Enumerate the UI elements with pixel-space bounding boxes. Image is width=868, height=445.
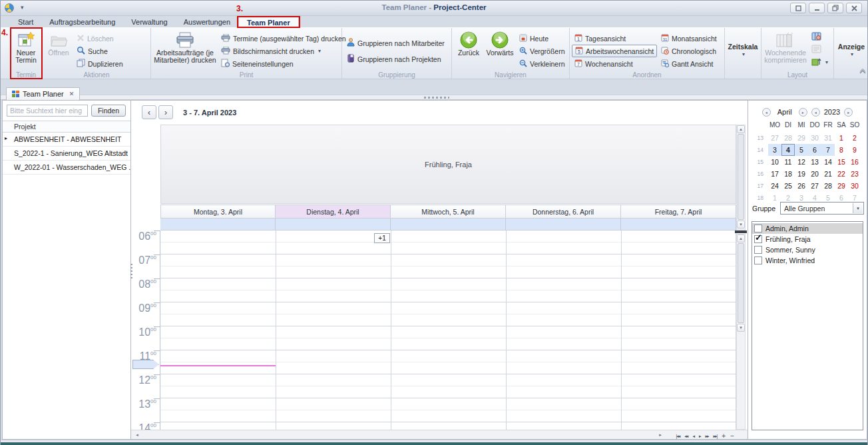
calendar-day[interactable]: 3 bbox=[768, 144, 781, 156]
working-hours-view-button[interactable] bbox=[809, 31, 824, 43]
splitter-grip[interactable] bbox=[424, 97, 449, 99]
calendar-day[interactable]: 18 bbox=[781, 168, 795, 180]
zoom-in-button[interactable]: Vergrößern bbox=[517, 45, 567, 57]
project-row[interactable]: S_2022-1 - Sanierung_WEG Altstadt bbox=[3, 147, 130, 161]
calendar-day[interactable]: 16 bbox=[848, 156, 861, 168]
fast-forward-button[interactable]: ▸▸ bbox=[704, 432, 710, 440]
day-header[interactable]: Freitag, 7. April bbox=[621, 205, 736, 219]
employee-row[interactable]: Sommer, Sunny bbox=[752, 244, 863, 255]
scroll-left-icon[interactable]: ◂ bbox=[132, 432, 142, 438]
more-appointments-badge[interactable]: +1 bbox=[374, 233, 390, 243]
print-workorders-button[interactable]: Arbeitsaufträge (je Mitarbeiter) drucken bbox=[153, 29, 217, 71]
project-row[interactable]: W_2022-01 - Wasserschaden_WEG ... bbox=[3, 161, 130, 175]
all-day-cell[interactable] bbox=[506, 219, 621, 230]
employee-checkbox[interactable]: ✓ bbox=[754, 235, 762, 243]
search-input[interactable] bbox=[7, 105, 88, 117]
step-backward-button[interactable]: ◂ bbox=[691, 432, 696, 440]
timescale-button[interactable]: Zeitskala ▾ bbox=[727, 29, 759, 71]
compress-weekend-button[interactable]: Wochenende komprimieren bbox=[763, 29, 807, 71]
work-week-view-button[interactable]: 5 Arbeitswochenansicht bbox=[572, 45, 657, 57]
calendar-day[interactable]: 30 bbox=[808, 132, 821, 144]
all-day-cell[interactable] bbox=[160, 219, 276, 230]
tab-team-planer[interactable]: Team Planer 3. bbox=[238, 16, 299, 27]
page-settings-button[interactable]: Seiteneinstellungen bbox=[218, 57, 339, 70]
cell-height-button[interactable]: ▾ bbox=[809, 57, 831, 68]
calendar-day[interactable]: 1 bbox=[835, 132, 848, 144]
previous-month-button[interactable]: ◂ bbox=[762, 108, 771, 117]
calendar-day[interactable]: 24 bbox=[768, 180, 781, 192]
duplicate-button[interactable]: Duplizieren bbox=[74, 57, 148, 70]
today-button[interactable]: Heute bbox=[517, 32, 567, 45]
go-first-button[interactable]: |◂◂ bbox=[675, 432, 682, 440]
tab-verwaltung[interactable]: Verwaltung bbox=[123, 16, 175, 27]
collapse-ribbon-button[interactable] bbox=[859, 68, 867, 76]
calendar-day[interactable]: 11 bbox=[781, 156, 795, 168]
resource-group-band[interactable]: Frühling, Fraja bbox=[160, 125, 736, 204]
calendar-day[interactable]: 23 bbox=[848, 168, 861, 180]
horizontal-scrollbar[interactable]: ◂ ▸ |◂◂ ◂◂ ◂ ▸ ▸▸ ▸▸| + − bbox=[131, 430, 748, 439]
next-year-button[interactable]: ▸ bbox=[844, 108, 853, 117]
calendar-day[interactable]: 17 bbox=[768, 168, 781, 180]
all-day-cell[interactable] bbox=[391, 219, 506, 230]
delete-button[interactable]: Löschen bbox=[74, 32, 148, 45]
go-last-button[interactable]: ▸▸| bbox=[712, 432, 718, 440]
project-column-header[interactable]: Projekt bbox=[3, 121, 130, 133]
tab-auswertungen[interactable]: Auswertungen bbox=[176, 16, 238, 27]
display-button[interactable]: Anzeige ▾ bbox=[836, 29, 867, 71]
panel-splitter-grip[interactable] bbox=[130, 264, 132, 278]
calendar-day[interactable]: 10 bbox=[768, 156, 781, 168]
employee-row[interactable]: Winter, Winfried bbox=[752, 255, 863, 266]
print-day-appointments-button[interactable]: Termine (ausgewählter Tag) drucken bbox=[218, 32, 339, 45]
new-appointment-button[interactable]: Neuer Termin bbox=[12, 29, 40, 71]
calendar-day[interactable]: 27 bbox=[768, 132, 781, 144]
calendar-day[interactable]: 4 bbox=[781, 144, 795, 156]
fast-backward-button[interactable]: ◂◂ bbox=[683, 432, 689, 440]
group-filter-dropdown[interactable]: Alle Gruppen ▾ bbox=[780, 202, 864, 215]
gantt-view-button[interactable]: Gantt Ansicht bbox=[658, 57, 722, 70]
chevron-down-icon[interactable]: ▾ bbox=[853, 203, 863, 213]
day-view-button[interactable]: 1 Tagesansicht bbox=[572, 32, 657, 45]
calendar-day[interactable]: 27 bbox=[808, 180, 821, 192]
calendar-day[interactable]: 19 bbox=[795, 168, 808, 180]
all-day-cell[interactable] bbox=[621, 219, 736, 230]
day-header[interactable]: Mittwoch, 5. April bbox=[391, 205, 506, 219]
tab-auftragsbearbeitung[interactable]: Auftragsbearbeitung bbox=[41, 16, 123, 27]
week-view-button[interactable]: 7 Wochenansicht bbox=[572, 57, 657, 70]
group-by-project-button[interactable]: Gruppieren nach Projekten bbox=[344, 53, 449, 65]
open-button[interactable]: Öffnen bbox=[45, 29, 73, 71]
time-grid[interactable]: +1 bbox=[160, 230, 736, 430]
calendar-day[interactable]: 2 bbox=[848, 132, 861, 144]
calendar-day[interactable]: 5 bbox=[795, 144, 808, 156]
close-button[interactable] bbox=[846, 3, 862, 13]
scrollbar-thumb[interactable] bbox=[738, 243, 744, 323]
scroll-up-icon[interactable]: ▴ bbox=[737, 125, 745, 133]
project-row[interactable]: ▸ ABWESENHEIT - ABWESENHEIT bbox=[3, 133, 130, 147]
day-header[interactable]: Montag, 3. April bbox=[160, 205, 276, 219]
month-view-button[interactable]: 31 Monatsansicht bbox=[658, 32, 722, 45]
grid-scrollbar[interactable]: ▴ ▾ bbox=[736, 234, 746, 430]
calendar-day[interactable]: 14 bbox=[821, 156, 835, 168]
calendar-day[interactable]: 8 bbox=[835, 144, 848, 156]
minimize-button[interactable] bbox=[809, 3, 825, 13]
document-tab-team-planer[interactable]: Team Planer ✕ bbox=[6, 87, 80, 100]
employee-checkbox[interactable] bbox=[754, 246, 762, 254]
restore-button[interactable] bbox=[827, 3, 843, 13]
scroll-up-icon[interactable]: ▴ bbox=[737, 234, 745, 242]
calendar-day[interactable]: 26 bbox=[795, 180, 808, 192]
employee-row[interactable]: Admin, Admin bbox=[752, 223, 863, 234]
calendar-day[interactable]: 25 bbox=[781, 180, 795, 192]
next-period-button[interactable]: › bbox=[158, 105, 173, 119]
calendar-day[interactable]: 7 bbox=[821, 144, 835, 156]
scroll-right-icon[interactable]: ▸ bbox=[656, 432, 665, 438]
day-header[interactable]: Donnerstag, 6. April bbox=[506, 205, 621, 219]
scrollbar-splitter[interactable] bbox=[735, 230, 747, 233]
band-scrollbar[interactable]: ▴ ▾ bbox=[736, 125, 746, 230]
day-header-selected[interactable]: Dienstag, 4. April bbox=[276, 205, 391, 219]
calendar-day[interactable]: 29 bbox=[795, 132, 808, 144]
calendar-day[interactable]: 6 bbox=[808, 144, 821, 156]
group-by-employee-button[interactable]: Gruppieren nach Mitarbeiter bbox=[344, 37, 449, 49]
print-screen-view-button[interactable]: Bildschirmansicht drucken ▾ bbox=[218, 45, 339, 57]
next-month-button[interactable]: ▸ bbox=[799, 108, 807, 117]
tab-start[interactable]: Start bbox=[10, 16, 41, 27]
scroll-down-icon[interactable]: ▾ bbox=[737, 221, 745, 228]
